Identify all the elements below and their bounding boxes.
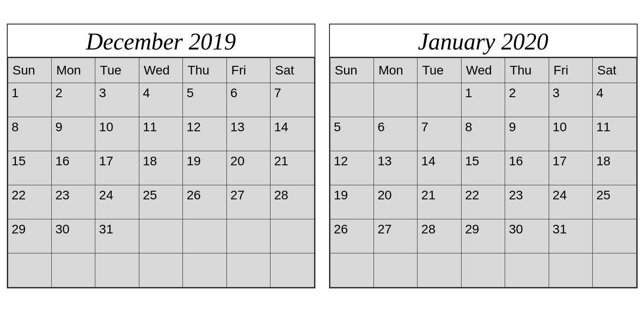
dec-day-cell bbox=[95, 253, 139, 287]
dec-day-cell bbox=[226, 219, 270, 253]
dec-week-row bbox=[8, 253, 314, 287]
jan-week-row: 262728293031 bbox=[330, 219, 636, 253]
dec-day-cell bbox=[226, 253, 270, 287]
dec-day-cell: 27 bbox=[226, 185, 270, 219]
dec-day-cell: 8 bbox=[8, 117, 51, 151]
dec-day-cell: 24 bbox=[95, 185, 139, 219]
jan-header-sun: Sun bbox=[330, 58, 374, 83]
jan-week-row bbox=[330, 253, 636, 287]
jan-day-cell bbox=[330, 253, 374, 287]
jan-day-cell: 19 bbox=[330, 185, 374, 219]
january-calendar: January 2020 Sun Mon Tue Wed Thu Fri Sat… bbox=[329, 24, 638, 288]
jan-week-row: 12131415161718 bbox=[330, 151, 636, 185]
dec-day-cell: 28 bbox=[270, 185, 314, 219]
calendars-wrapper: December 2019 Sun Mon Tue Wed Thu Fri Sa… bbox=[2, 19, 642, 293]
dec-day-cell: 10 bbox=[95, 117, 139, 151]
dec-header-sun: Sun bbox=[8, 58, 51, 83]
dec-header-wed: Wed bbox=[139, 58, 182, 83]
dec-day-cell: 18 bbox=[139, 151, 182, 185]
jan-day-cell: 31 bbox=[549, 219, 592, 253]
jan-day-cell: 29 bbox=[461, 219, 505, 253]
dec-week-row: 1234567 bbox=[8, 83, 314, 117]
jan-day-cell: 10 bbox=[549, 117, 592, 151]
january-table: Sun Mon Tue Wed Thu Fri Sat 123456789101… bbox=[330, 58, 637, 287]
spacer bbox=[315, 24, 329, 288]
dec-header-fri: Fri bbox=[226, 58, 270, 83]
jan-day-cell bbox=[505, 253, 549, 287]
december-table: Sun Mon Tue Wed Thu Fri Sat 123456789101… bbox=[8, 58, 315, 287]
jan-header-mon: Mon bbox=[374, 58, 417, 83]
dec-day-cell: 11 bbox=[139, 117, 182, 151]
jan-day-cell: 25 bbox=[593, 185, 636, 219]
jan-day-cell: 17 bbox=[549, 151, 592, 185]
jan-day-cell: 24 bbox=[549, 185, 592, 219]
jan-day-cell bbox=[461, 253, 505, 287]
dec-week-row: 22232425262728 bbox=[8, 185, 314, 219]
jan-week-row: 19202122232425 bbox=[330, 185, 636, 219]
dec-day-cell: 3 bbox=[95, 83, 139, 117]
jan-day-cell: 21 bbox=[418, 185, 461, 219]
dec-week-row: 293031 bbox=[8, 219, 314, 253]
jan-day-cell bbox=[330, 83, 374, 117]
december-header-row: Sun Mon Tue Wed Thu Fri Sat bbox=[8, 58, 314, 83]
jan-week-row: 567891011 bbox=[330, 117, 636, 151]
dec-day-cell: 22 bbox=[8, 185, 51, 219]
jan-day-cell: 13 bbox=[374, 151, 417, 185]
dec-day-cell: 1 bbox=[8, 83, 51, 117]
jan-header-wed: Wed bbox=[461, 58, 505, 83]
jan-day-cell: 16 bbox=[505, 151, 549, 185]
dec-day-cell: 29 bbox=[8, 219, 51, 253]
jan-day-cell: 3 bbox=[549, 83, 592, 117]
dec-header-sat: Sat bbox=[270, 58, 314, 83]
dec-day-cell: 19 bbox=[183, 151, 226, 185]
dec-day-cell: 12 bbox=[183, 117, 226, 151]
dec-day-cell: 4 bbox=[139, 83, 182, 117]
jan-day-cell: 14 bbox=[418, 151, 461, 185]
january-title: January 2020 bbox=[330, 25, 637, 58]
dec-day-cell bbox=[8, 253, 51, 287]
jan-day-cell bbox=[593, 219, 636, 253]
dec-day-cell: 2 bbox=[51, 83, 95, 117]
dec-day-cell bbox=[51, 253, 95, 287]
jan-header-sat: Sat bbox=[593, 58, 636, 83]
dec-day-cell bbox=[183, 253, 226, 287]
dec-day-cell: 20 bbox=[226, 151, 270, 185]
dec-day-cell: 16 bbox=[51, 151, 95, 185]
jan-week-row: 1234 bbox=[330, 83, 636, 117]
jan-day-cell: 9 bbox=[505, 117, 549, 151]
dec-day-cell: 7 bbox=[270, 83, 314, 117]
jan-day-cell bbox=[549, 253, 592, 287]
jan-day-cell: 27 bbox=[374, 219, 417, 253]
jan-day-cell: 28 bbox=[418, 219, 461, 253]
dec-day-cell bbox=[139, 219, 182, 253]
jan-day-cell: 11 bbox=[593, 117, 636, 151]
jan-day-cell: 5 bbox=[330, 117, 374, 151]
dec-week-row: 891011121314 bbox=[8, 117, 314, 151]
jan-day-cell: 12 bbox=[330, 151, 374, 185]
dec-header-thu: Thu bbox=[183, 58, 226, 83]
dec-day-cell: 31 bbox=[95, 219, 139, 253]
jan-day-cell: 30 bbox=[505, 219, 549, 253]
jan-day-cell: 2 bbox=[505, 83, 549, 117]
dec-day-cell bbox=[183, 219, 226, 253]
dec-day-cell: 26 bbox=[183, 185, 226, 219]
dec-day-cell: 21 bbox=[270, 151, 314, 185]
december-title: December 2019 bbox=[8, 25, 315, 58]
dec-day-cell bbox=[270, 219, 314, 253]
jan-day-cell bbox=[593, 253, 636, 287]
dec-header-mon: Mon bbox=[51, 58, 95, 83]
dec-day-cell: 15 bbox=[8, 151, 51, 185]
dec-day-cell bbox=[139, 253, 182, 287]
dec-day-cell: 13 bbox=[226, 117, 270, 151]
jan-day-cell: 22 bbox=[461, 185, 505, 219]
dec-day-cell: 14 bbox=[270, 117, 314, 151]
dec-day-cell: 23 bbox=[51, 185, 95, 219]
dec-day-cell: 25 bbox=[139, 185, 182, 219]
jan-day-cell: 8 bbox=[461, 117, 505, 151]
jan-day-cell: 7 bbox=[418, 117, 461, 151]
jan-header-tue: Tue bbox=[418, 58, 461, 83]
jan-day-cell: 18 bbox=[593, 151, 636, 185]
dec-week-row: 15161718192021 bbox=[8, 151, 314, 185]
dec-header-tue: Tue bbox=[95, 58, 139, 83]
january-header-row: Sun Mon Tue Wed Thu Fri Sat bbox=[330, 58, 636, 83]
